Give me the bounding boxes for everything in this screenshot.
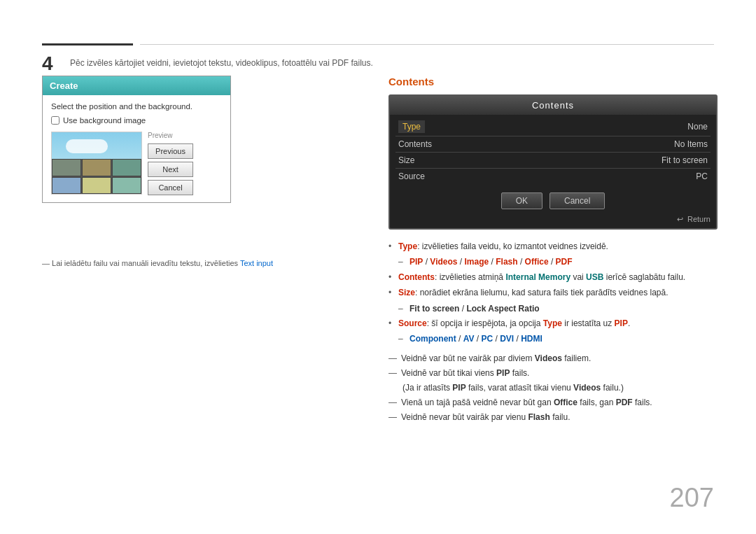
sub-type-text: PIP / Videos / Image / Flash / Office / … [410, 255, 573, 269]
select-position-text: Select the position and the background. [51, 102, 222, 111]
thumb-cell-6 [112, 177, 141, 195]
note-dash-1: — [388, 352, 397, 365]
thumb-cell-2 [82, 159, 111, 176]
dialog-buttons-column: Preview Previous Next Cancel [148, 132, 193, 195]
bullets-area: • Type: izvēlieties faila veidu, ko izma… [388, 239, 718, 423]
pdf-note-4: PDF [616, 398, 633, 407]
return-arrow-icon: ↩ [677, 215, 683, 223]
contents-dialog-title: Contents [390, 96, 716, 115]
left-panel: Create Select the position and the backg… [42, 76, 231, 203]
contents-row-contents: Contents No Items [396, 136, 710, 153]
size-bold: Size [398, 288, 415, 297]
thumbnail-area [51, 132, 142, 195]
fit-to-screen-label: Fit to screen [410, 304, 459, 314]
bullet-dot-1: • [388, 239, 396, 253]
thumb-cell-5 [82, 177, 111, 195]
note-3-text: (Ja ir atlasīts PIP fails, varat atlasīt… [402, 381, 624, 394]
bullet-contents: • Contents: izvēlieties atmiņā Internal … [388, 270, 718, 284]
office-label: Office [525, 257, 549, 267]
bullet-size: • Size: norādiet ekrāna lielumu, kad sat… [388, 286, 718, 300]
bullet-dot-2: • [388, 270, 396, 284]
videos-note-1: Videos [535, 353, 562, 363]
return-label: ↩ Return [390, 215, 716, 228]
source-bold: Source [398, 318, 427, 328]
bullet-dot-4: • [388, 316, 396, 330]
type-bold: Type [398, 241, 417, 251]
top-decorative-lines [42, 43, 714, 45]
av-label: AV [463, 334, 475, 344]
contents-value: No Items [674, 139, 708, 149]
use-background-text: Use background image [63, 116, 146, 125]
bullet-dot-3: • [388, 286, 396, 300]
videos-note-3: Videos [573, 383, 601, 393]
note-2-text: Veidnē var būt tikai viens PIP fails. [401, 367, 529, 379]
next-button[interactable]: Next [148, 162, 193, 177]
sub-dash-1: – [398, 255, 405, 269]
use-background-checkbox[interactable] [51, 116, 59, 125]
pip-note-3: PIP [452, 383, 465, 393]
pip-note-2: PIP [496, 368, 510, 378]
image-label: Image [465, 257, 489, 267]
thumb-cell-3 [112, 159, 141, 176]
hdmi-label: HDMI [521, 334, 542, 344]
create-dialog-title: Create [43, 76, 230, 95]
type-ref: Type [543, 318, 562, 328]
type-value: None [687, 122, 708, 132]
page-number: 207 [670, 483, 714, 513]
sub-bullet-size: – Fit to screen / Lock Aspect Ratio [398, 302, 718, 316]
contents-dialog-body: Type None Contents No Items Size Fit to … [390, 115, 716, 187]
note-4: — Vienā un tajā pašā veidnē nevar būt ga… [388, 396, 718, 409]
bullet-source: • Source: šī opcija ir iespējota, ja opc… [388, 316, 718, 330]
previous-button[interactable]: Previous [148, 143, 193, 159]
size-value: Fit to screen [662, 155, 708, 165]
return-text: Return [687, 215, 710, 223]
bullet-type: • Type: izvēlieties faila veidu, ko izma… [388, 239, 718, 253]
top-line-dark [42, 43, 133, 45]
pdf-label: PDF [556, 257, 573, 267]
note-5: — Veidnē nevar būt vairāk par vienu Flas… [388, 411, 718, 423]
sub-source-text: Component / AV / PC / DVI / HDMI [410, 332, 542, 346]
sub-dash-2: – [398, 302, 405, 316]
cloud-decoration [66, 139, 108, 153]
note-1-text: Veidnē var būt ne vairāk par diviem Vide… [401, 352, 591, 365]
bullet-contents-text: Contents: izvēlieties atmiņā Internal Me… [398, 270, 685, 284]
usb-label: USB [586, 272, 603, 282]
source-label: Source [398, 171, 425, 181]
contents-row-source: Source PC [396, 169, 710, 184]
step-number: 4 [42, 52, 53, 75]
note-dash-5: — [388, 411, 397, 423]
office-note-4: Office [554, 398, 578, 407]
component-label: Component [410, 334, 456, 344]
contents-dialog: Contents Type None Contents No Items Siz… [388, 94, 718, 230]
note-dash-4: — [388, 396, 397, 409]
source-value: PC [696, 171, 708, 181]
cancel-button[interactable]: Cancel [148, 180, 193, 195]
sub-dash-3: – [398, 332, 405, 346]
sub-size-text: Fit to screen / Lock Aspect Ratio [410, 302, 540, 316]
notes-area: — Veidnē var būt ne vairāk par diviem Vi… [388, 352, 718, 423]
cancel-dialog-button[interactable]: Cancel [550, 192, 605, 209]
right-panel: Contents Contents Type None Contents No … [388, 76, 718, 426]
note-dash-2: — [388, 367, 397, 379]
text-input-link[interactable]: Text input [240, 259, 273, 267]
contents-row-type: Type None [396, 118, 710, 136]
flash-note-5: Flash [528, 412, 550, 422]
contents-row-size: Size Fit to screen [396, 153, 710, 169]
thumbnail-grid [52, 159, 141, 194]
size-label: Size [398, 155, 414, 165]
bullet-source-text: Source: šī opcija ir iespējota, ja opcij… [398, 316, 630, 330]
bullet-type-text: Type: izvēlieties faila veidu, ko izmant… [398, 239, 608, 253]
contents-label: Contents [398, 139, 432, 149]
dvi-label: DVI [500, 334, 514, 344]
lock-aspect-ratio-label: Lock Aspect Ratio [466, 304, 539, 314]
note-3: (Ja ir atlasīts PIP fails, varat atlasīt… [402, 381, 718, 394]
note-4-text: Vienā un tajā pašā veidnē nevar būt gan … [401, 396, 652, 409]
type-label: Type [398, 120, 425, 133]
contents-dialog-buttons: OK Cancel [390, 187, 716, 215]
ok-button[interactable]: OK [501, 192, 542, 209]
use-background-label[interactable]: Use background image [51, 116, 222, 125]
contents-heading: Contents [388, 76, 718, 87]
step-description: Pēc izvēles kārtojiet veidni, ievietojot… [70, 58, 373, 68]
thumb-cell-4 [52, 177, 81, 195]
flash-label: Flash [496, 257, 517, 267]
